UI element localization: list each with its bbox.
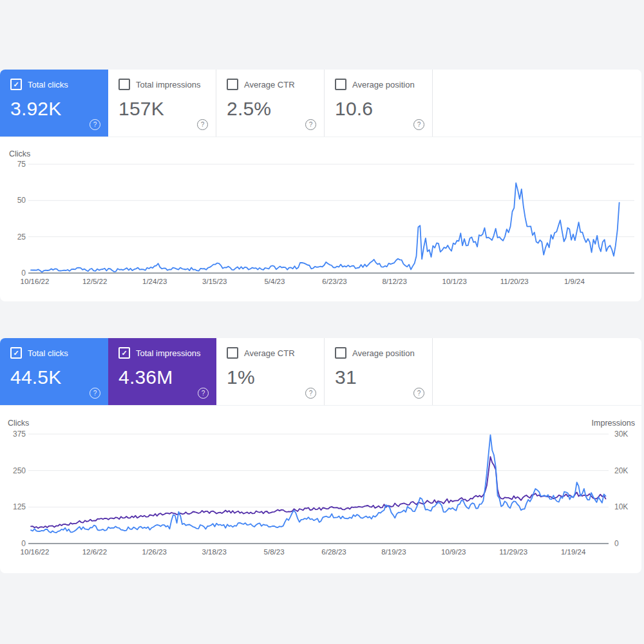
impressions-line xyxy=(31,457,606,528)
x-tick-label: 12/6/22 xyxy=(68,548,122,556)
x-tick-label: 1/9/24 xyxy=(547,278,601,285)
y-tick-label-left: 375 xyxy=(0,430,26,439)
x-tick-label: 5/4/23 xyxy=(247,278,301,285)
x-tick-label: 3/18/23 xyxy=(187,548,242,556)
x-tick-label: 6/28/23 xyxy=(307,548,361,556)
y-tick-label-left: 125 xyxy=(0,502,26,511)
x-tick-label: 12/5/22 xyxy=(68,278,122,285)
y-tick-label-right: 0 xyxy=(614,539,619,548)
x-tick-label: 6/23/23 xyxy=(308,278,362,285)
y-tick-label-left: 25 xyxy=(0,232,26,242)
x-tick-label: 1/19/24 xyxy=(546,548,600,556)
x-tick-label: 10/16/22 xyxy=(8,548,62,556)
y-tick-label-left: 250 xyxy=(0,466,26,475)
x-tick-label: 5/8/23 xyxy=(247,548,301,556)
x-tick-label: 1/26/23 xyxy=(128,548,182,556)
x-tick-label: 3/15/23 xyxy=(187,278,242,285)
performance-panel-clicks-impressions: ✓Total clicks 44.5K ? ✓Total impressions… xyxy=(0,338,641,573)
y-tick-label-left: 0 xyxy=(0,539,26,548)
x-tick-label: 10/1/23 xyxy=(428,278,482,285)
y-tick-label-right: 10K xyxy=(614,502,628,511)
clicks-line-chart[interactable] xyxy=(0,70,641,301)
x-tick-label: 8/12/23 xyxy=(368,278,422,285)
x-tick-label: 1/24/23 xyxy=(128,278,182,285)
clicks-impressions-chart: Clicks Impressions 37530K25020K12510K001… xyxy=(0,338,641,573)
x-tick-label: 11/29/23 xyxy=(486,548,540,556)
x-tick-label: 11/20/23 xyxy=(488,278,542,285)
y-tick-label-left: 0 xyxy=(0,269,26,278)
performance-panel-clicks: ✓Total clicks 3.92K ? Total impressions … xyxy=(0,70,641,301)
y-tick-label-left: 50 xyxy=(0,196,26,205)
clicks-impressions-line-chart[interactable] xyxy=(0,338,641,573)
x-tick-label: 10/16/22 xyxy=(8,278,62,285)
y-tick-label-right: 20K xyxy=(614,466,628,475)
y-tick-label-right: 30K xyxy=(614,430,628,439)
page-background: { "icons": { "check": "✓", "help": "?" }… xyxy=(0,0,644,644)
x-tick-label: 8/19/23 xyxy=(366,548,421,556)
y-tick-label-left: 75 xyxy=(0,160,26,169)
x-tick-label: 10/9/23 xyxy=(426,548,480,556)
clicks-line xyxy=(31,183,620,272)
clicks-chart: Clicks 755025010/16/2212/5/221/24/233/15… xyxy=(0,70,641,301)
